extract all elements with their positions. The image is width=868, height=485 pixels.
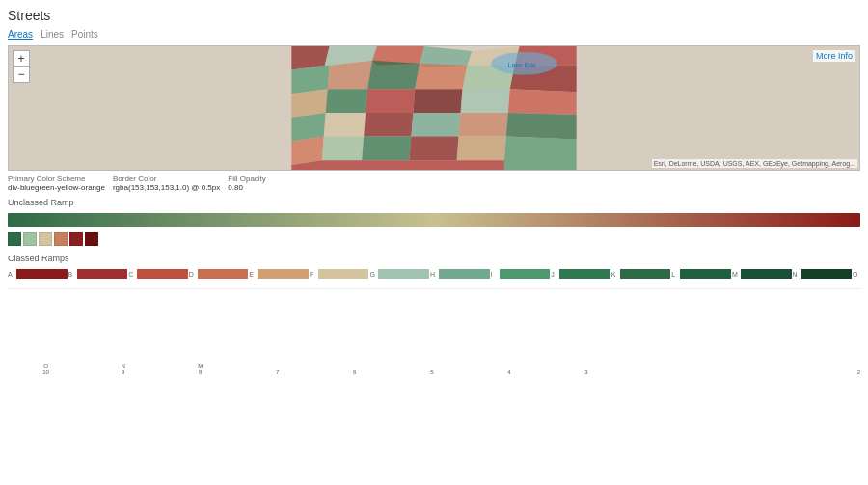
swatch-5-streets xyxy=(69,232,83,246)
svg-marker-20 xyxy=(324,113,366,137)
fill-opacity-label-streets: Fill Opacity xyxy=(228,175,266,183)
classed-ramps-letters-streets: A B C D E F G H I J K L M N xyxy=(8,269,860,279)
swatch-4-streets xyxy=(54,232,68,246)
svg-marker-8 xyxy=(328,61,372,90)
fill-opacity-col-streets: Fill Opacity 0.80 xyxy=(228,175,266,192)
classed-label-streets: Classed Ramps xyxy=(8,254,860,263)
svg-marker-21 xyxy=(364,113,413,137)
tab-streets-points[interactable]: Points xyxy=(71,29,98,40)
fill-opacity-value-streets: 0.80 xyxy=(228,183,266,192)
info-row-streets: Primary Color Scheme div-bluegreen-yello… xyxy=(8,175,860,192)
main-panels: Streets Areas Lines Points xyxy=(0,0,868,485)
primary-color-label-streets: Primary Color Scheme xyxy=(8,175,105,183)
zoom-out-streets[interactable]: − xyxy=(14,67,29,82)
svg-marker-22 xyxy=(411,113,460,137)
svg-marker-16 xyxy=(413,89,462,113)
svg-text:Lake Erie: Lake Erie xyxy=(508,62,536,68)
svg-marker-30 xyxy=(504,137,577,170)
svg-marker-23 xyxy=(459,113,508,137)
bar-chart-streets: O 10 N 9 M 8 7 6 xyxy=(8,288,860,375)
tab-streets-lines[interactable]: Lines xyxy=(41,29,64,40)
svg-marker-15 xyxy=(366,89,415,113)
map-streets: Lake Erie + − More Info Esri, DeLorme, U… xyxy=(8,45,860,171)
swatch-2-streets xyxy=(23,232,37,246)
svg-marker-10 xyxy=(415,64,467,90)
svg-marker-17 xyxy=(461,89,510,113)
border-color-label-streets: Border Color xyxy=(113,175,220,183)
svg-marker-26 xyxy=(322,137,364,161)
unclassed-ramp-streets xyxy=(8,213,860,227)
svg-marker-24 xyxy=(506,113,577,140)
svg-marker-9 xyxy=(367,61,420,90)
svg-marker-7 xyxy=(291,66,329,94)
svg-marker-27 xyxy=(362,137,411,161)
primary-color-col-streets: Primary Color Scheme div-bluegreen-yello… xyxy=(8,175,105,192)
more-info-streets[interactable]: More Info xyxy=(813,50,855,62)
swatch-6-streets xyxy=(85,232,98,246)
swatch-1-streets xyxy=(8,232,21,246)
panel-streets-tabs: Areas Lines Points xyxy=(8,29,860,40)
unclassed-label-streets: Unclassed Ramp xyxy=(8,198,860,207)
svg-marker-13 xyxy=(291,89,327,118)
zoom-in-streets[interactable]: + xyxy=(14,51,29,67)
border-color-value-streets: rgba(153,153,153,1.0) @ 0.5px xyxy=(113,183,220,192)
swatch-3-streets xyxy=(39,232,52,246)
map-attribution-streets: Esri, DeLorme, USDA, USGS, AEX, GEoEye, … xyxy=(652,159,857,168)
swatches-streets xyxy=(8,232,860,246)
svg-marker-28 xyxy=(409,137,458,161)
panel-streets: Streets Areas Lines Points xyxy=(0,0,868,485)
panel-streets-title: Streets xyxy=(8,8,860,23)
zoom-controls-streets: + − xyxy=(13,50,30,83)
tab-streets-areas[interactable]: Areas xyxy=(8,29,33,40)
svg-marker-18 xyxy=(508,89,577,115)
primary-color-value-streets: div-bluegreen-yellow-orange xyxy=(8,183,105,192)
svg-marker-31 xyxy=(291,160,504,170)
border-color-col-streets: Border Color rgba(153,153,153,1.0) @ 0.5… xyxy=(113,175,220,192)
svg-marker-14 xyxy=(326,89,367,113)
svg-marker-29 xyxy=(457,137,506,161)
